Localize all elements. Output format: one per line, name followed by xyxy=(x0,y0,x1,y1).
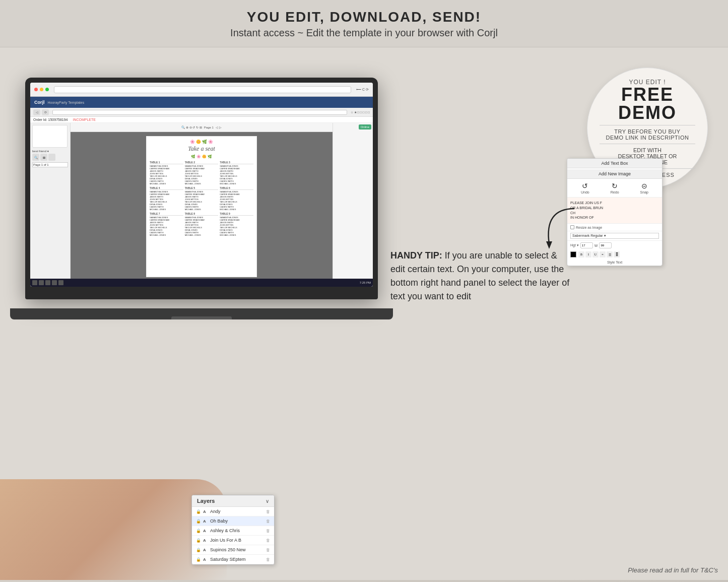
layer-item-supinos[interactable]: 🔒 A Supinos 250 New 🗑 xyxy=(192,545,274,555)
sidebar-page-info: Page 1 of 1 xyxy=(32,162,68,167)
layer-item-ashley-chris[interactable]: 🔒 A Ashley & Chris 🗑 xyxy=(192,526,274,536)
demo-link-label: DEMO LINK IN DESCRIPTION xyxy=(606,135,689,141)
sc-tables-grid: TABLE 1 SAMANTHA JONESCARRIE BRADSHAWJAS… xyxy=(150,161,253,236)
browser-close-btn[interactable] xyxy=(34,88,38,91)
layer-name-andy: Andy xyxy=(210,509,264,514)
layer-delete-icon-4[interactable]: 🗑 xyxy=(266,538,270,543)
corjl-address-bar[interactable] xyxy=(52,110,347,115)
sc-table-5: TABLE 5 SAMANTHA JONESCARRIE BRADSHAWJAS… xyxy=(185,186,219,211)
banner-headline: YOU EDIT, DOWNLOAD, SEND! xyxy=(0,9,728,25)
canvas-page: Page 1 xyxy=(204,126,214,129)
layer-delete-icon[interactable]: 🗑 xyxy=(266,509,270,514)
laptop-taskbar: 7:25 PM xyxy=(30,279,373,287)
fe-align-right-btn[interactable]: ≣ xyxy=(614,251,620,257)
fe-size-row: Hgt ▾ W xyxy=(567,241,662,250)
browser-maximize-btn[interactable] xyxy=(45,88,49,91)
sc-table-4: TABLE 4 SAMANTHA JONESCARRIE BRADSHAWJAS… xyxy=(150,186,183,211)
demo-demo-label: DEMO xyxy=(618,104,677,122)
corjl-right-panel: Online xyxy=(333,123,373,279)
corjl-canvas[interactable]: 🔍 ⊕ ⊖ ↺ ↻ ⊞ Page 1 ◁ ▷ 🌸 🌼 🌿 🌸 Take a se… xyxy=(71,123,333,279)
laptop-mockup: ⟵ C ⟳ Corjl HoorayParty Templates ◁ ⟳ xyxy=(10,78,393,319)
layers-panel: Layers ∨ 🔒 A Andy 🗑 🔒 A Oh Baby 🗑 🔒 A As… xyxy=(191,495,275,565)
layer-lock-icon: 🔒 xyxy=(196,509,201,514)
demo-edit-with-label: EDIT WITH xyxy=(633,147,661,153)
browser-minimize-btn[interactable] xyxy=(40,88,43,91)
layer-name-join-us: Join Us For A B xyxy=(210,538,264,543)
canvas-tools: 🔍 ⊕ ⊖ ↺ ↻ ⊞ xyxy=(181,125,202,129)
fe-font-dropdown[interactable]: Sabermark Regular ▾ xyxy=(570,233,659,239)
banner-subtext: Instant access ~ Edit the template in yo… xyxy=(0,27,728,39)
fe-width-input[interactable] xyxy=(599,242,612,248)
sidebar-preview-1[interactable] xyxy=(32,125,68,148)
fe-underline-btn[interactable]: U xyxy=(592,251,599,257)
layer-item-andy[interactable]: 🔒 A Andy 🗑 xyxy=(192,507,274,516)
arrow-circle-to-layers xyxy=(539,204,579,254)
fe-add-image-btn[interactable]: Add New Image xyxy=(567,169,662,179)
corjl-nav: Corjl HoorayParty Templates xyxy=(30,97,373,108)
layer-lock-icon-6: 🔒 xyxy=(196,557,201,562)
layer-lock-icon-2: 🔒 xyxy=(196,519,201,524)
fe-italic-btn[interactable]: I xyxy=(585,251,591,257)
taskbar-icon-5[interactable] xyxy=(58,280,63,285)
corjl-tool-1[interactable]: ◁ xyxy=(33,109,40,115)
fe-align-left-btn[interactable]: ≡ xyxy=(600,251,606,257)
layers-panel-header[interactable]: Layers ∨ xyxy=(192,495,274,507)
layer-item-oh-baby[interactable]: 🔒 A Oh Baby 🗑 xyxy=(192,516,274,526)
corjl-order-id: Order Id: 1509758194 INCOMPLETE xyxy=(30,117,373,123)
fe-redo-btn[interactable]: ↻ Redo xyxy=(611,182,619,194)
layer-type-a-4: A xyxy=(203,538,208,543)
corjl-toolbar: ◁ ⟳ ☆ ★ □ □ □ □ □ xyxy=(30,108,373,117)
fe-align-center-btn[interactable]: ☰ xyxy=(607,251,613,257)
corjl-nav-items: HoorayParty Templates xyxy=(48,101,85,104)
sc-table-7: TABLE 7 SAMANTHA JONESCARRIE BRADSHAWJAS… xyxy=(150,212,183,236)
laptop-body: ⟵ C ⟳ Corjl HoorayParty Templates ◁ ⟳ xyxy=(25,78,378,299)
sidebar-label: best friend ♦ xyxy=(32,150,68,153)
layer-delete-icon-3[interactable]: 🗑 xyxy=(266,529,270,533)
layer-lock-icon-3: 🔒 xyxy=(196,529,201,533)
sc-table-3: TABLE 3 SAMANTHA JONESCARRIE BRADSHAWJAS… xyxy=(220,161,253,185)
taskbar-icon-2[interactable] xyxy=(39,280,44,285)
sc-table-1: TABLE 1 SAMANTHA JONESCARRIE BRADSHAWJAS… xyxy=(150,161,183,185)
fe-height-input[interactable] xyxy=(580,242,593,248)
taskbar-icon-1[interactable] xyxy=(32,280,37,285)
canvas-arrows: ◁ ▷ xyxy=(216,125,222,129)
layer-delete-icon-6[interactable]: 🗑 xyxy=(266,557,270,562)
layer-type-a-2: A xyxy=(203,519,208,524)
layer-lock-icon-4: 🔒 xyxy=(196,538,201,543)
corjl-logo: Corjl xyxy=(34,100,45,105)
layer-item-join-us[interactable]: 🔒 A Join Us For A B 🗑 xyxy=(192,536,274,545)
corjl-bookmarks: ☆ ★ □ □ □ □ □ xyxy=(351,110,370,114)
fe-snap-btn[interactable]: ⊝ Snap xyxy=(640,182,648,194)
fe-font-selector-row: Sabermark Regular ▾ xyxy=(567,231,662,241)
fe-format-icons: B I U ≡ ☰ ≣ xyxy=(577,251,621,257)
main-area: ⟵ C ⟳ Corjl HoorayParty Templates ◁ ⟳ xyxy=(0,47,728,580)
corjl-tool-2[interactable]: ⟳ xyxy=(42,109,49,115)
layer-delete-icon-2[interactable]: 🗑 xyxy=(266,519,270,524)
sc-main-title: Take a seat xyxy=(150,145,253,153)
corjl-app: Corjl HoorayParty Templates ◁ ⟳ ☆ ★ □ □ … xyxy=(30,97,373,287)
layers-title: Layers xyxy=(197,498,215,504)
taskbar-icon-4[interactable] xyxy=(52,280,57,285)
sidebar-icon-1[interactable]: 🔍 xyxy=(32,154,39,161)
browser-url-bar[interactable] xyxy=(54,86,351,93)
sidebar-icon-3[interactable] xyxy=(48,154,55,161)
fe-undo-btn[interactable]: ↺ Undo xyxy=(581,182,589,194)
sc-flowers2: 🌿 🌸 🌼 🌿 xyxy=(150,155,253,159)
online-status: Online xyxy=(359,124,371,130)
sc-table-9: TABLE 9 SAMANTHA JONESCARRIE BRADSHAWJAS… xyxy=(220,212,253,236)
sidebar-icon-2[interactable]: ⊞ xyxy=(40,154,47,161)
sc-flowers: 🌸 🌼 🌿 🌸 xyxy=(150,140,253,144)
fe-format-row: B I U ≡ ☰ ≣ xyxy=(567,250,662,259)
taskbar-time: 7:25 PM xyxy=(360,281,371,284)
sidebar-icons: 🔍 ⊞ xyxy=(32,154,68,161)
laptop-base xyxy=(10,308,393,319)
layer-delete-icon-5[interactable]: 🗑 xyxy=(266,548,270,552)
laptop-screen: ⟵ C ⟳ Corjl HoorayParty Templates ◁ ⟳ xyxy=(30,83,373,287)
layer-item-saturday[interactable]: 🔒 A Saturday SEptem 🗑 xyxy=(192,555,274,564)
taskbar-icon-3[interactable] xyxy=(45,280,50,285)
demo-try-label: TRY BEFORE YOU BUY xyxy=(614,128,680,135)
browser-extra: ⟵ C ⟳ xyxy=(356,88,369,92)
sc-table-8: TABLE 8 SAMANTHA JONESCARRIE BRADSHAWJAS… xyxy=(185,212,219,236)
layer-type-a: A xyxy=(203,509,208,514)
fe-add-text-box-btn[interactable]: Add Text Box xyxy=(567,159,662,168)
